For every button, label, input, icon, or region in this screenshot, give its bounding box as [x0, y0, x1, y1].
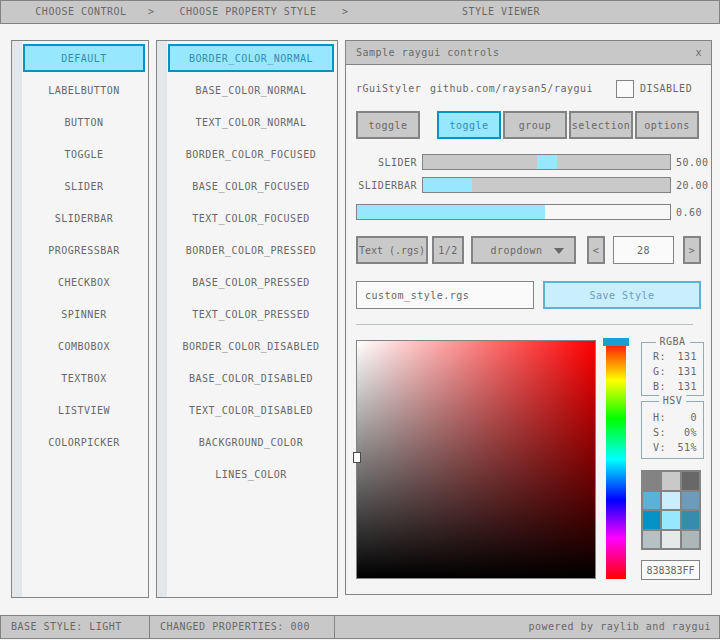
hsv-row-v: V: 51% [642, 440, 703, 455]
filename-input[interactable]: custom_style.rgs [356, 281, 534, 309]
sample-controls-window: Sample raygui controls x rGuiStyler gith… [345, 40, 712, 595]
h-label: H: [653, 412, 666, 423]
property-item-base_color_pressed[interactable]: BASE_COLOR_PRESSED [168, 268, 334, 296]
control-item-default[interactable]: DEFAULT [23, 44, 145, 72]
controls-list: DEFAULTLABELBUTTONBUTTONTOGGLESLIDERSLID… [23, 44, 145, 460]
spinner-value-box[interactable]: 28 [613, 236, 674, 264]
toggle-group-item-toggle[interactable]: toggle [437, 111, 501, 139]
properties-list-panel: BORDER_COLOR_NORMALBASE_COLOR_NORMALTEXT… [156, 40, 338, 598]
palette-swatch-3[interactable] [643, 492, 660, 510]
control-item-checkbox[interactable]: CHECKBOX [23, 268, 145, 296]
style-color-palette [641, 470, 701, 550]
palette-swatch-0[interactable] [643, 472, 660, 490]
property-item-background_color[interactable]: BACKGROUND_COLOR [168, 428, 334, 456]
hue-slider[interactable] [603, 338, 629, 346]
property-item-lines_color[interactable]: LINES_COLOR [168, 460, 334, 488]
control-item-progressbar[interactable]: PROGRESSBAR [23, 236, 145, 264]
palette-swatch-2[interactable] [682, 472, 699, 490]
b-label: B: [653, 381, 666, 392]
rguistyler-app: CHOOSE CONTROL > CHOOSE PROPERTY STYLE >… [0, 0, 720, 640]
window-title: Sample raygui controls [346, 41, 711, 64]
property-item-text_color_disabled[interactable]: TEXT_COLOR_DISABLED [168, 396, 334, 424]
breadcrumb-choose-property-style: CHOOSE PROPERTY STYLE [157, 1, 339, 23]
breadcrumb-arrow-icon: > [148, 1, 155, 23]
r-label: R: [653, 351, 666, 362]
status-base-style: BASE STYLE: LIGHT [0, 615, 150, 639]
sliderbar-value: 20.00 [676, 178, 709, 194]
control-item-labelbutton[interactable]: LABELBUTTON [23, 76, 145, 104]
property-item-border_color_focused[interactable]: BORDER_COLOR_FOCUSED [168, 140, 334, 168]
dropdown[interactable]: dropdown [471, 236, 576, 264]
palette-swatch-10[interactable] [662, 531, 679, 549]
rgba-groupbox: RGBA R: 131 G: 131 B: 131 [641, 342, 704, 396]
g-label: G: [653, 366, 666, 377]
window-titlebar[interactable]: Sample raygui controls x [346, 41, 711, 65]
control-item-toggle[interactable]: TOGGLE [23, 140, 145, 168]
rgba-row-r: R: 131 [642, 349, 703, 364]
control-item-button[interactable]: BUTTON [23, 108, 145, 136]
g-value: 131 [677, 366, 697, 377]
toggle-group-item-selection[interactable]: selection [569, 111, 633, 139]
control-item-sliderbar[interactable]: SLIDERBAR [23, 204, 145, 232]
palette-swatch-8[interactable] [682, 511, 699, 529]
close-icon[interactable]: x [695, 41, 702, 64]
property-item-text_color_pressed[interactable]: TEXT_COLOR_PRESSED [168, 300, 334, 328]
palette-swatch-5[interactable] [682, 492, 699, 510]
control-item-colorpicker[interactable]: COLORPICKER [23, 428, 145, 456]
property-item-text_color_focused[interactable]: TEXT_COLOR_FOCUSED [168, 204, 334, 232]
palette-swatch-7[interactable] [662, 511, 679, 529]
palette-swatch-1[interactable] [662, 472, 679, 490]
toggle-group-item-group[interactable]: group [503, 111, 567, 139]
palette-swatch-6[interactable] [643, 511, 660, 529]
hue-bar[interactable] [606, 340, 626, 579]
chevron-down-icon [554, 248, 564, 254]
properties-scrollbar[interactable] [157, 41, 167, 597]
property-item-base_color_normal[interactable]: BASE_COLOR_NORMAL [168, 76, 334, 104]
repo-link-label[interactable]: github.com/raysan5/raygui [430, 81, 593, 97]
hsv-row-h: H: 0 [642, 410, 703, 425]
breadcrumb-bar: CHOOSE CONTROL > CHOOSE PROPERTY STYLE >… [0, 0, 720, 24]
slider-thumb[interactable] [537, 155, 557, 169]
slider-value: 50.00 [676, 155, 709, 171]
spinner-increment-button[interactable]: > [683, 236, 701, 264]
spinner-decrement-button[interactable]: < [587, 236, 605, 264]
disabled-checkbox[interactable] [616, 80, 634, 98]
property-item-border_color_disabled[interactable]: BORDER_COLOR_DISABLED [168, 332, 334, 360]
property-item-text_color_normal[interactable]: TEXT_COLOR_NORMAL [168, 108, 334, 136]
v-value: 51% [677, 442, 697, 453]
progressbar [356, 204, 671, 220]
control-item-combobox[interactable]: COMBOBOX [23, 332, 145, 360]
breadcrumb-arrow-icon: > [342, 1, 349, 23]
save-style-button[interactable]: Save Style [543, 281, 701, 309]
control-item-listview[interactable]: LISTVIEW [23, 396, 145, 424]
control-item-spinner[interactable]: SPINNER [23, 300, 145, 328]
property-item-border_color_pressed[interactable]: BORDER_COLOR_PRESSED [168, 236, 334, 264]
text-rgs-button[interactable]: Text (.rgs) [356, 236, 428, 264]
status-credit: powered by raylib and raygui [334, 615, 720, 639]
rgba-title: RGBA [655, 336, 689, 347]
palette-swatch-11[interactable] [682, 531, 699, 549]
half-button[interactable]: 1/2 [432, 236, 464, 264]
control-item-slider[interactable]: SLIDER [23, 172, 145, 200]
hex-color-value-box[interactable]: 838383FF [641, 560, 700, 580]
control-item-textbox[interactable]: TEXTBOX [23, 364, 145, 392]
slider[interactable] [422, 154, 671, 170]
slider-label: SLIDER [346, 155, 417, 171]
property-item-base_color_disabled[interactable]: BASE_COLOR_DISABLED [168, 364, 334, 392]
property-item-border_color_normal[interactable]: BORDER_COLOR_NORMAL [168, 44, 334, 72]
rgba-row-b: B: 131 [642, 379, 703, 394]
sliderbar[interactable] [422, 177, 671, 193]
properties-list: BORDER_COLOR_NORMALBASE_COLOR_NORMALTEXT… [168, 44, 334, 492]
breadcrumb-style-viewer: STYLE VIEWER [391, 1, 611, 23]
palette-swatch-9[interactable] [643, 531, 660, 549]
controls-scrollbar[interactable] [12, 41, 22, 597]
property-item-base_color_focused[interactable]: BASE_COLOR_FOCUSED [168, 172, 334, 200]
color-picker-cursor[interactable] [353, 452, 361, 463]
dropdown-selected-label: dropdown [490, 245, 542, 256]
toggle-button[interactable]: toggle [356, 111, 420, 139]
palette-swatch-4[interactable] [662, 492, 679, 510]
s-label: S: [653, 427, 666, 438]
color-picker-gradient[interactable] [356, 340, 596, 579]
sliderbar-fill [423, 178, 472, 192]
toggle-group-item-options[interactable]: options [635, 111, 699, 139]
